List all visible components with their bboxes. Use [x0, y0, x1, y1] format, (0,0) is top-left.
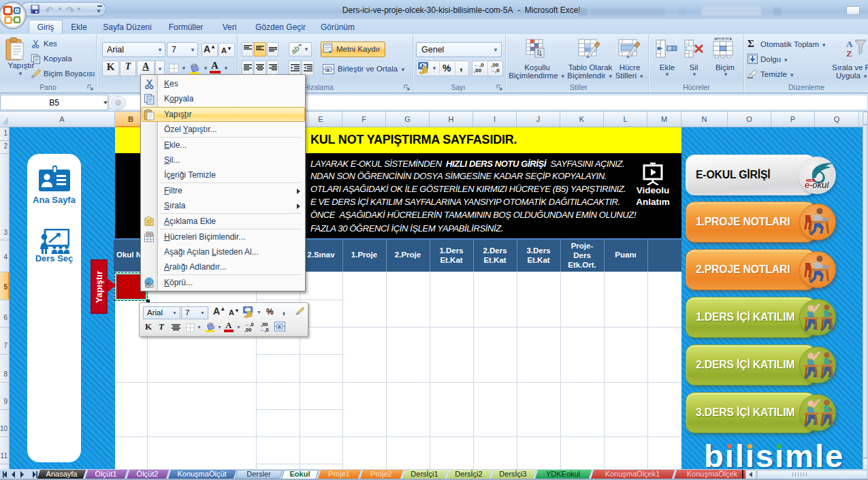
svg-text:A: A — [846, 39, 853, 49]
svg-text:a: a — [327, 67, 329, 72]
svg-text:Z: Z — [846, 48, 852, 59]
svg-text:-okul: -okul — [809, 180, 829, 190]
svg-text:a: a — [278, 324, 280, 329]
